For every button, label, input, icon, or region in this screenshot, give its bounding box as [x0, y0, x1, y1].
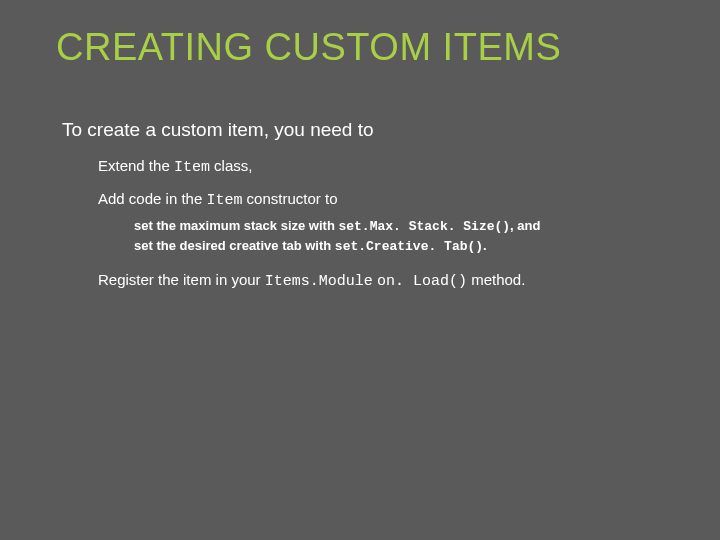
- code-onload: on. Load(): [377, 273, 467, 290]
- text: set the maximum stack size with: [134, 218, 338, 233]
- text: class,: [210, 157, 253, 174]
- sub-bullet-stacksize: set the maximum stack size with set.Max.…: [134, 217, 664, 236]
- intro-line: To create a custom item, you need to: [62, 118, 664, 142]
- text: constructor to: [242, 190, 337, 207]
- sub-bullet-creativetab: set the desired creative tab with set.Cr…: [134, 237, 664, 256]
- text: Add code in the: [98, 190, 206, 207]
- content-body: To create a custom item, you need to Ext…: [56, 118, 664, 291]
- bullet-constructor: Add code in the Item constructor to: [62, 189, 664, 211]
- slide: CREATING CUSTOM ITEMS To create a custom…: [0, 0, 720, 540]
- code-itemsmodule: Items.Module: [265, 273, 373, 290]
- text: method.: [467, 271, 525, 288]
- code-setcreativetab: set.Creative. Tab(): [335, 239, 483, 254]
- text: .: [483, 238, 487, 253]
- text: Register the item in your: [98, 271, 265, 288]
- sub-bullets: set the maximum stack size with set.Max.…: [62, 217, 664, 256]
- text: Extend the: [98, 157, 174, 174]
- bullet-register: Register the item in your Items.Module o…: [62, 270, 664, 292]
- text: , and: [510, 218, 540, 233]
- code-item: Item: [174, 159, 210, 176]
- code-setmaxstacksize: set.Max. Stack. Size(): [338, 219, 510, 234]
- text: set the desired creative tab with: [134, 238, 335, 253]
- bullet-extend: Extend the Item class,: [62, 156, 664, 178]
- code-item: Item: [206, 192, 242, 209]
- page-title: CREATING CUSTOM ITEMS: [56, 28, 664, 68]
